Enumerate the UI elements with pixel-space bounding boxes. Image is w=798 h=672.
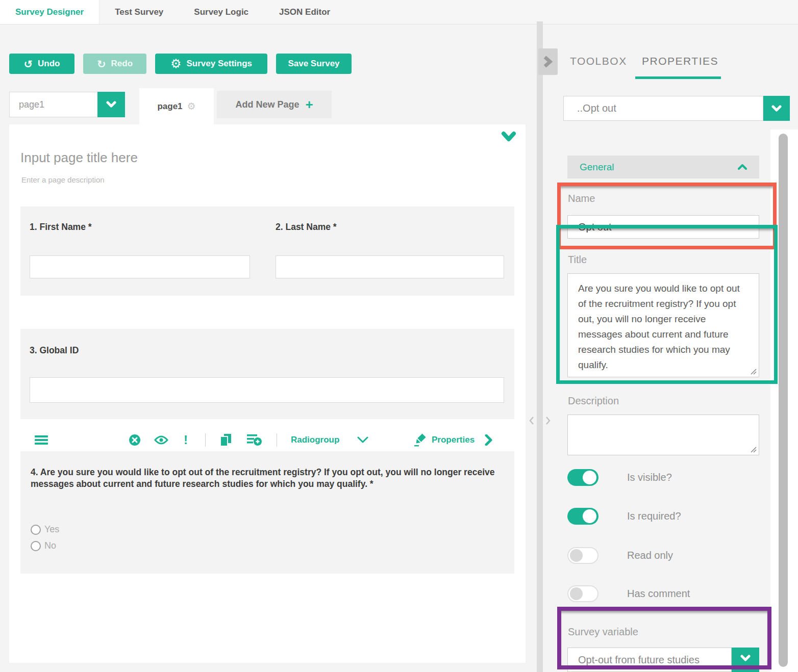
title-textarea[interactable]: Are you sure you would like to opt out o… — [567, 273, 759, 377]
list-add-icon — [247, 434, 262, 446]
survey-variable-dropdown-button[interactable] — [732, 648, 759, 672]
toggle-visibility-button[interactable] — [154, 428, 168, 452]
is-required-label: Is required? — [627, 510, 681, 522]
toggle-row-is-required: Is required? — [567, 508, 681, 525]
tab-toolbox[interactable]: TOOLBOX — [570, 55, 627, 67]
radio-option-no[interactable]: No — [31, 540, 56, 551]
section-general[interactable]: General — [567, 156, 759, 178]
tab-survey-designer[interactable]: Survey Designer — [0, 0, 99, 24]
survey-variable-value: Opt-out from future studies — [567, 648, 732, 672]
is-required-toggle[interactable] — [567, 508, 598, 525]
question-row-1[interactable]: 1. First Name * 2. Last Name * — [20, 206, 514, 296]
title-text: Are you sure you would like to opt out o… — [578, 283, 740, 370]
page-select-input[interactable]: page1 — [9, 92, 97, 117]
panel-scrollbar-thumb[interactable] — [779, 134, 788, 667]
gear-icon: ⚙ — [170, 58, 182, 70]
radio-circle-icon[interactable] — [31, 525, 41, 535]
is-visible-toggle[interactable] — [567, 469, 598, 486]
question-type-selector[interactable]: Radiogroup — [291, 428, 339, 452]
chevron-down-icon — [771, 105, 782, 112]
plus-icon: + — [305, 98, 313, 111]
survey-settings-button[interactable]: ⚙ Survey Settings — [155, 54, 267, 74]
question-type-chevron[interactable] — [357, 428, 368, 452]
selected-object-dropdown[interactable]: ..Opt out — [563, 96, 790, 121]
selected-object-value: ..Opt out — [563, 96, 763, 121]
tab-survey-logic[interactable]: Survey Logic — [179, 0, 264, 24]
toggle-knob — [583, 509, 596, 523]
page-title-placeholder[interactable]: Input page title here — [20, 150, 138, 166]
question-row-4-selected[interactable]: 4. Are you sure you would like to opt ou… — [20, 451, 514, 574]
page-description-placeholder[interactable]: Enter a page description — [21, 175, 105, 184]
survey-variable-label: Survey variable — [568, 626, 638, 638]
delete-question-button[interactable] — [129, 428, 141, 452]
properties-link[interactable]: Properties — [432, 428, 475, 452]
question-1-title: 1. First Name * — [30, 222, 92, 232]
chevron-down-icon — [106, 101, 116, 108]
redo-label: Redo — [111, 59, 133, 69]
eye-icon — [154, 435, 168, 445]
question-type-label: Radiogroup — [291, 435, 339, 445]
hamburger-icon — [35, 435, 48, 445]
copy-icon — [220, 434, 232, 446]
save-survey-label: Save Survey — [288, 59, 339, 69]
name-label: Name — [568, 193, 595, 204]
description-textarea[interactable] — [567, 415, 759, 455]
tab-test-survey[interactable]: Test Survey — [99, 0, 179, 24]
question-4-title: 4. Are you sure you would like to opt ou… — [31, 467, 495, 490]
page-collapse-button[interactable] — [501, 131, 516, 147]
designer-main-area: ↺ Undo ↻ Redo ⚙ Survey Settings Save Sur… — [0, 24, 537, 672]
toggle-row-read-only: Read only — [567, 547, 673, 564]
read-only-label: Read only — [627, 550, 673, 561]
top-tab-bar: Survey Designer Test Survey Survey Logic… — [0, 0, 798, 24]
properties-link-label: Properties — [432, 435, 475, 445]
selected-object-dropdown-button[interactable] — [763, 96, 790, 121]
question-2-text-input[interactable] — [276, 255, 504, 278]
add-new-page-button[interactable]: Add New Page + — [217, 91, 332, 118]
radio-no-label: No — [44, 540, 56, 551]
chevron-down-icon — [740, 655, 751, 662]
resize-grip-icon[interactable] — [750, 446, 757, 453]
add-to-toolbox-button[interactable] — [247, 428, 262, 452]
page-select-dropdown-button[interactable] — [97, 92, 125, 117]
copy-question-button[interactable] — [220, 428, 232, 452]
page-settings-gear-icon[interactable]: ⚙ — [187, 100, 196, 112]
properties-chevron[interactable] — [485, 428, 492, 452]
radio-yes-label: Yes — [44, 524, 59, 535]
add-new-page-label: Add New Page — [235, 99, 299, 110]
chevron-down-icon — [501, 131, 516, 145]
exclamation-icon: ! — [184, 433, 188, 447]
question-row-3[interactable]: 3. Global ID — [20, 329, 514, 419]
properties-panel: TOOLBOX PROPERTIES ..Opt out General Nam… — [543, 24, 798, 672]
redo-button[interactable]: ↻ Redo — [83, 54, 146, 74]
resize-grip-icon[interactable] — [750, 368, 757, 375]
chevron-left-icon — [529, 416, 535, 425]
read-only-toggle[interactable] — [567, 547, 598, 564]
required-toggle-button[interactable]: ! — [184, 428, 188, 452]
survey-page-canvas: Input page title here Enter a page descr… — [9, 124, 526, 663]
survey-variable-dropdown[interactable]: Opt-out from future studies — [567, 648, 759, 672]
is-visible-label: Is visible? — [627, 472, 672, 483]
panel-splitter[interactable] — [537, 21, 543, 672]
redo-icon: ↻ — [97, 59, 106, 69]
question-2-title: 2. Last Name * — [276, 222, 337, 232]
has-comment-label: Has comment — [627, 588, 690, 600]
edit-properties-button[interactable] — [413, 428, 428, 452]
undo-button[interactable]: ↺ Undo — [9, 54, 74, 74]
drag-handle-icon[interactable] — [35, 428, 48, 452]
save-survey-button[interactable]: Save Survey — [276, 54, 352, 74]
tab-json-editor[interactable]: JSON Editor — [264, 0, 345, 24]
active-tab-underline — [635, 76, 721, 79]
toolbar-divider — [205, 433, 206, 447]
section-general-label: General — [580, 162, 614, 173]
question-1-text-input[interactable] — [30, 255, 250, 278]
panel-scrollbar-track[interactable] — [770, 130, 798, 672]
tab-properties[interactable]: PROPERTIES — [642, 55, 718, 67]
name-input[interactable] — [567, 215, 759, 239]
toggle-row-has-comment: Has comment — [567, 585, 690, 602]
has-comment-toggle[interactable] — [567, 585, 598, 602]
question-3-text-input[interactable] — [30, 377, 504, 403]
radio-option-yes[interactable]: Yes — [31, 524, 59, 535]
question-3-title: 3. Global ID — [30, 345, 79, 356]
radio-circle-icon[interactable] — [31, 541, 41, 551]
page-tab-page1[interactable]: page1 ⚙ — [139, 88, 214, 124]
